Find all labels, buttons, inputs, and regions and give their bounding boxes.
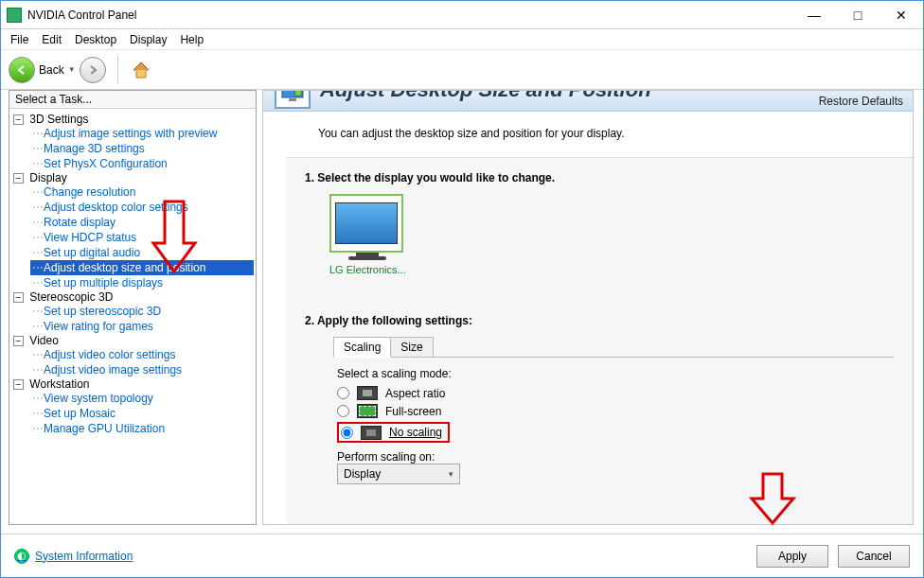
group-3d-settings[interactable]: 3D Settings [29,113,88,126]
aspect-ratio-icon [357,386,378,400]
no-scaling-icon [361,426,382,440]
label-aspect-ratio: Aspect ratio [385,387,445,400]
radio-full-screen[interactable] [337,405,349,417]
tree-toggle[interactable]: − [13,336,24,346]
label-no-scaling: No scaling [389,426,442,439]
cancel-button[interactable]: Cancel [838,545,910,568]
back-button[interactable] [9,57,35,83]
page-icon [275,90,311,109]
menubar: File Edit Desktop Display Help [1,29,923,50]
task-sidebar[interactable]: Select a Task... − 3D Settings Adjust im… [9,90,257,525]
sidebar-header: Select a Task... [9,91,256,109]
restore-defaults-link[interactable]: Restore Defaults [819,95,903,108]
item-video-color[interactable]: Adjust video color settings [30,347,254,362]
tree-toggle[interactable]: − [13,114,24,125]
scaling-prompt: Select a scaling mode: [337,367,890,380]
item-video-image[interactable]: Adjust video image settings [30,362,254,377]
svg-rect-1 [289,98,296,101]
step2-heading: 2. Apply the following settings: [305,314,894,327]
item-view-rating[interactable]: View rating for games [30,319,254,334]
forward-button[interactable] [80,57,106,83]
toolbar-separator [117,56,118,84]
item-rotate-display[interactable]: Rotate display [30,215,254,230]
menu-file[interactable]: File [10,33,28,46]
item-adjust-image-preview[interactable]: Adjust image settings with preview [30,126,254,141]
label-full-screen: Full-screen [385,405,441,418]
content-pane: Adjust Desktop Size and Position Restore… [262,90,914,525]
item-setup-stereo3d[interactable]: Set up stereoscopic 3D [30,304,254,319]
menu-edit[interactable]: Edit [42,33,62,46]
perform-scaling-value: Display [344,467,381,481]
tree-toggle[interactable]: − [13,379,24,390]
item-multiple-displays[interactable]: Set up multiple displays [30,275,254,290]
item-system-topology[interactable]: View system topology [30,391,254,406]
tab-size[interactable]: Size [390,337,433,357]
apply-button[interactable]: Apply [756,545,828,568]
no-scaling-highlight: No scaling [337,422,450,443]
group-workstation[interactable]: Workstation [29,377,89,391]
toolbar: Back ▼ [1,50,923,90]
svg-point-2 [294,90,302,96]
menu-desktop[interactable]: Desktop [75,33,116,46]
full-screen-icon [357,404,378,418]
display-label: LG Electronics... [329,264,406,275]
menu-help[interactable]: Help [180,33,204,46]
radio-aspect-ratio[interactable] [337,387,349,399]
perform-scaling-label: Perform scaling on: [337,450,890,464]
back-dropdown[interactable]: ▼ [68,65,76,74]
item-digital-audio[interactable]: Set up digital audio [30,245,254,260]
item-adjust-color[interactable]: Adjust desktop color settings [30,200,254,215]
info-icon: ◐ [14,549,29,564]
close-button[interactable]: ✕ [880,1,923,28]
radio-no-scaling[interactable] [341,427,353,439]
group-stereo3d[interactable]: Stereoscopic 3D [29,290,113,304]
app-icon [7,8,22,23]
item-change-resolution[interactable]: Change resolution [30,184,254,200]
tree-toggle[interactable]: − [13,173,24,184]
page-description: You can adjust the desktop size and posi… [318,127,897,140]
page-title: Adjust Desktop Size and Position [320,90,651,102]
titlebar: NVIDIA Control Panel ― □ ✕ [1,1,923,29]
group-video[interactable]: Video [29,334,58,347]
system-information-link[interactable]: ◐ System Information [14,549,133,564]
display-thumbnail[interactable]: LG Electronics... [329,194,406,275]
back-label: Back [39,63,64,77]
tab-scaling[interactable]: Scaling [333,337,391,358]
item-adjust-size-position[interactable]: Adjust desktop size and position [30,260,254,275]
step1-heading: 1. Select the display you would like to … [305,171,894,184]
item-mosaic[interactable]: Set up Mosaic [30,406,254,421]
item-physx[interactable]: Set PhysX Configuration [30,156,254,171]
item-gpu-util[interactable]: Manage GPU Utilization [30,421,254,436]
window-title: NVIDIA Control Panel [27,9,792,22]
perform-scaling-combo[interactable]: Display ▾ [337,464,460,484]
group-display[interactable]: Display [29,171,66,184]
minimize-button[interactable]: ― [792,1,836,28]
maximize-button[interactable]: □ [836,1,880,28]
footer: ◐ System Information Apply Cancel [1,534,923,577]
app-window: NVIDIA Control Panel ― □ ✕ File Edit Des… [0,0,924,578]
menu-display[interactable]: Display [130,33,167,46]
item-hdcp-status[interactable]: View HDCP status [30,230,254,245]
home-button[interactable] [130,59,152,81]
item-manage-3d[interactable]: Manage 3D settings [30,141,254,156]
tree-toggle[interactable]: − [13,292,24,303]
chevron-down-icon: ▾ [449,469,453,479]
